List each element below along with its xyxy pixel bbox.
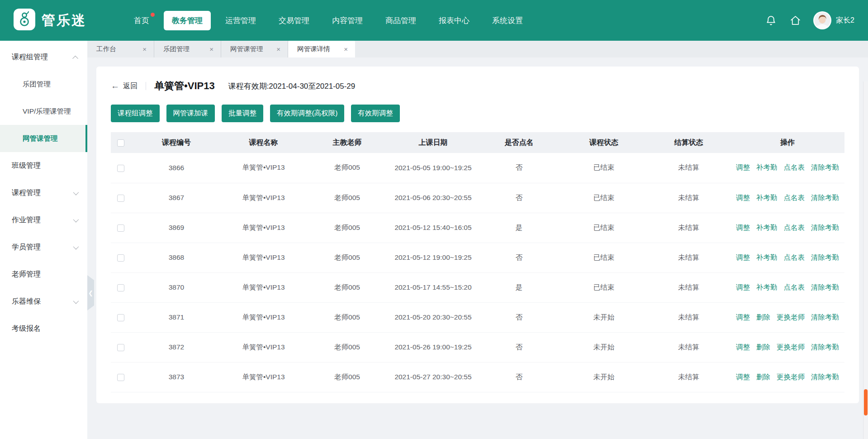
sidebar-item[interactable]: 学员管理 — [0, 234, 87, 261]
action-link[interactable]: 删除 — [756, 313, 770, 321]
vertical-scrollbar[interactable] — [863, 81, 868, 439]
back-arrow-icon: ← — [111, 81, 119, 91]
brand[interactable]: 管乐迷 — [14, 9, 104, 32]
col-settlement: 结算状态 — [647, 132, 730, 153]
action-link[interactable]: 调整 — [736, 163, 750, 171]
action-link[interactable]: 补考勤 — [756, 194, 778, 201]
action-link[interactable]: 调整 — [736, 343, 750, 351]
row-checkbox[interactable] — [117, 374, 124, 381]
topnav-item[interactable]: 运营管理 — [217, 11, 264, 30]
action-link[interactable]: 调整 — [736, 194, 750, 201]
topnav-item[interactable]: 商品管理 — [377, 11, 424, 30]
close-icon[interactable]: × — [209, 45, 214, 53]
action-link[interactable]: 清除考勤 — [811, 373, 839, 381]
action-link[interactable]: 清除考勤 — [811, 163, 839, 171]
sidebar-item[interactable]: 课程组管理 — [0, 43, 87, 71]
action-link[interactable]: 更换老师 — [777, 343, 805, 351]
action-link[interactable]: 点名表 — [784, 163, 805, 171]
sidebar-item-label: 学员管理 — [12, 243, 41, 252]
action-link[interactable]: 补考勤 — [756, 253, 778, 261]
sidebar-item[interactable]: 考级报名 — [0, 315, 87, 342]
sidebar-item[interactable]: 乐器维保 — [0, 288, 87, 315]
toolbar-button[interactable]: 课程组调整 — [111, 105, 160, 122]
row-checkbox[interactable] — [117, 284, 124, 291]
action-link[interactable]: 清除考勤 — [811, 313, 839, 321]
sidebar-subitem[interactable]: VIP/乐理课管理 — [0, 98, 87, 125]
action-link[interactable]: 点名表 — [784, 253, 805, 261]
cell-teacher: 老师005 — [305, 362, 389, 392]
action-link[interactable]: 点名表 — [784, 194, 805, 201]
action-link[interactable]: 点名表 — [784, 283, 805, 291]
topnav-item[interactable]: 系统设置 — [484, 11, 531, 30]
topnav-item[interactable]: 教务管理 — [164, 11, 211, 30]
sidebar-item[interactable]: 作业管理 — [0, 206, 87, 234]
row-checkbox[interactable] — [117, 224, 124, 232]
collapse-sidebar-icon[interactable]: ❮ — [87, 275, 94, 310]
row-checkbox[interactable] — [117, 165, 124, 172]
close-icon[interactable]: × — [343, 45, 349, 53]
action-link[interactable]: 清除考勤 — [811, 253, 839, 261]
action-link[interactable]: 更换老师 — [777, 313, 805, 321]
cell-actions: 调整删除更换老师清除考勤 — [730, 332, 844, 362]
toolbar-button[interactable]: 有效期调整(高权限) — [270, 105, 344, 122]
tab[interactable]: 网管课详情 × — [288, 41, 355, 57]
bell-icon[interactable] — [764, 14, 777, 27]
tab[interactable]: 工作台 × — [87, 41, 154, 57]
col-course-id: 课程编号 — [131, 132, 222, 153]
sidebar-item-label: 考级报名 — [12, 324, 41, 334]
action-link[interactable]: 删除 — [756, 343, 770, 351]
action-link[interactable]: 清除考勤 — [811, 224, 839, 231]
user-menu[interactable]: 家长2 — [813, 11, 854, 29]
close-icon[interactable]: × — [275, 45, 281, 53]
action-link[interactable]: 调整 — [736, 373, 750, 381]
toolbar-button[interactable]: 网管课加课 — [166, 105, 215, 122]
cell-actions: 调整删除更换老师清除考勤 — [730, 302, 844, 332]
toolbar-button[interactable]: 批量调整 — [222, 105, 263, 122]
action-link[interactable]: 调整 — [736, 253, 750, 261]
tab[interactable]: 网管课管理 × — [221, 41, 288, 57]
action-link[interactable]: 补考勤 — [756, 224, 778, 231]
tab-label: 网管课管理 — [230, 45, 263, 53]
action-link[interactable]: 调整 — [736, 283, 750, 291]
action-link[interactable]: 删除 — [756, 373, 770, 381]
topnav-item[interactable]: 报表中心 — [431, 11, 478, 30]
cell-status: 已结束 — [561, 183, 647, 213]
close-icon[interactable]: × — [142, 45, 147, 53]
sidebar-item-label: 班级管理 — [12, 161, 41, 171]
topnav-item[interactable]: 交易管理 — [270, 11, 318, 30]
sidebar-item[interactable]: 班级管理 — [0, 152, 87, 179]
cell-settlement: 未结算 — [647, 332, 730, 362]
action-link[interactable]: 补考勤 — [756, 163, 778, 171]
row-checkbox[interactable] — [117, 314, 124, 321]
cell-course-id: 3866 — [131, 153, 222, 183]
topnav-item[interactable]: 首页 — [126, 11, 157, 30]
action-link[interactable]: 点名表 — [784, 224, 805, 231]
scrollbar-thumb[interactable] — [864, 389, 868, 415]
back-button[interactable]: ← 返回 — [111, 81, 138, 91]
select-all-checkbox[interactable] — [117, 139, 124, 147]
topbar-right: 家长2 — [764, 11, 854, 29]
cell-teacher: 老师005 — [305, 183, 389, 213]
action-link[interactable]: 更换老师 — [777, 373, 805, 381]
action-link[interactable]: 调整 — [736, 224, 750, 231]
sidebar-subitem[interactable]: 乐团管理 — [0, 71, 87, 98]
action-link[interactable]: 补考勤 — [756, 283, 778, 291]
action-link[interactable]: 清除考勤 — [811, 343, 839, 351]
toolbar-button[interactable]: 有效期调整 — [351, 105, 400, 122]
row-checkbox[interactable] — [117, 195, 124, 202]
sidebar-item[interactable]: 老师管理 — [0, 261, 87, 288]
home-icon[interactable] — [789, 14, 802, 27]
sidebar-item[interactable]: 课程管理 — [0, 179, 87, 206]
cell-date: 2021-05-12 15:40~16:05 — [389, 213, 477, 243]
cell-actions: 调整补考勤点名表清除考勤 — [730, 153, 844, 183]
row-checkbox[interactable] — [117, 254, 124, 262]
sidebar-subitem[interactable]: 网管课管理 — [0, 125, 87, 152]
action-link[interactable]: 清除考勤 — [811, 283, 839, 291]
topnav-item[interactable]: 内容管理 — [324, 11, 371, 30]
action-link[interactable]: 调整 — [736, 313, 750, 321]
action-link[interactable]: 清除考勤 — [811, 194, 839, 201]
topnav-item-label: 教务管理 — [172, 16, 203, 25]
row-checkbox[interactable] — [117, 344, 124, 351]
courses-table: 课程编号 课程名称 主教老师 上课日期 是否点名 课程状态 结算状态 操作 38… — [111, 132, 844, 392]
tab[interactable]: 乐团管理 × — [154, 41, 221, 57]
